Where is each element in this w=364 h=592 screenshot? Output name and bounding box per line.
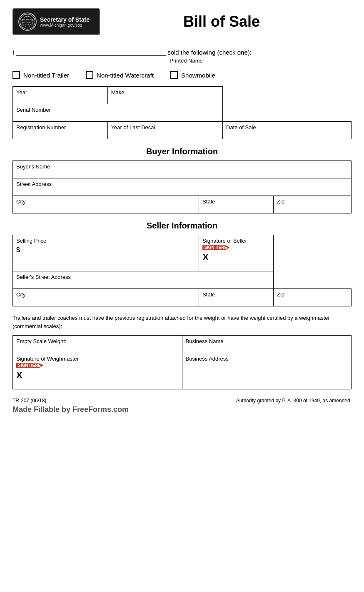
vehicle-last-decal-label: Year of Last Decal [111,124,155,130]
vehicle-date-sale-cell[interactable]: Date of Sale [223,122,352,139]
checkbox-box-watercraft[interactable] [86,71,93,79]
svg-text:MICHIGAN: MICHIGAN [22,18,33,21]
selling-price-label: Selling Price [16,238,46,244]
buyer-table: Buyer's Name Street Address City State Z… [12,161,352,213]
checkbox-box-snowmobile[interactable] [170,71,178,79]
weight-table: Empty Scale Weight: Business Name Signat… [12,335,352,389]
footer-top-line: TR-207 (06/18) Authority granted by P. A… [12,398,352,404]
buyer-zip-label: Zip [277,198,284,205]
footer-brand: Made Fillable by FreeForms.com [12,405,352,414]
signature-seller-cell[interactable]: Signature of Seller SIGN HERE X [199,235,274,271]
seller-zip-cell[interactable]: Zip [274,289,352,306]
dollar-sign: $ [16,246,195,254]
business-name-label: Business Name [186,338,224,344]
checkbox-label-snowmobile: Snowmobile [181,72,215,79]
buyer-state-cell[interactable]: State [199,196,274,213]
vehicle-last-decal-cell[interactable]: Year of Last Decal [107,122,222,139]
footer-form-number: TR-207 (06/18) [12,398,46,404]
seller-zip-label: Zip [277,291,284,298]
buyer-zip-cell[interactable]: Zip [274,196,352,213]
business-address-label: Business Address [186,356,229,362]
buyer-section-title: Buyer Information [12,147,352,156]
checkbox-snowmobile[interactable]: Snowmobile [170,71,215,79]
signature-x-weighmaster: X [16,370,179,381]
seller-street-label: Seller's Street Address [16,274,71,280]
intro-i-label: I [12,49,14,56]
vehicle-serial-label: Serial Number [16,107,51,113]
buyer-name-cell[interactable]: Buyer's Name [13,161,352,178]
vehicle-make-label: Make [111,89,125,95]
sos-url: www.Michigan.gov/sos [40,23,90,28]
footer-authority: Authority granted by P. A. 300 of 1949, … [236,398,352,404]
page-title: Bill of Sale [100,13,352,30]
vehicle-table: Year Make Serial Number Registration Num… [12,86,352,139]
signature-weighmaster-label: Signature of Weighmaster [16,356,79,362]
business-address-cell[interactable]: Business Address [182,353,352,389]
sign-here-arrow-weighmaster: SIGN HERE [16,363,43,368]
vehicle-reg-num-cell[interactable]: Registration Number [13,122,108,139]
buyer-city-label: City [16,198,25,205]
empty-scale-weight-cell[interactable]: Empty Scale Weight: [13,336,182,353]
trailer-note: Trailers and trailer coaches must have t… [12,314,352,330]
intro-rest-text: sold the following (check one): [167,49,252,56]
buyer-state-label: State [202,198,215,205]
seller-city-label: City [16,291,25,298]
sos-text: Secretary of State www.Michigan.gov/sos [40,16,90,28]
vehicle-year-label: Year [16,89,27,95]
intro-line: I sold the following (check one): [12,48,352,56]
sos-badge: MICHIGAN SECRETARY OF STATE Secretary of… [12,8,100,35]
seller-section-title: Seller Information [12,221,352,231]
buyer-street-cell[interactable]: Street Address [13,178,352,196]
seller-city-cell[interactable]: City [13,289,199,306]
sos-title: Secretary of State [40,16,90,23]
seller-state-label: State [202,291,215,298]
header: MICHIGAN SECRETARY OF STATE Secretary of… [12,8,352,35]
printed-name-label: Printed Name [21,58,352,64]
selling-price-cell[interactable]: Selling Price $ [13,235,199,271]
seller-street-cell[interactable]: Seller's Street Address [13,271,274,289]
seller-table: Selling Price $ Signature of Seller SIGN… [12,235,352,306]
signature-weighmaster-cell[interactable]: Signature of Weighmaster SIGN HERE X [13,353,182,389]
vehicle-date-sale-label: Date of Sale [226,124,256,130]
signature-x-seller: X [202,252,270,263]
svg-text:OF STATE: OF STATE [24,23,32,25]
signature-seller-label: Signature of Seller [202,238,247,244]
buyer-street-label: Street Address [16,181,52,187]
vehicle-make-cell[interactable]: Make [107,87,222,104]
checkbox-non-titled-trailer[interactable]: Non-titled Trailer [12,71,69,79]
buyer-city-cell[interactable]: City [13,196,199,213]
page-footer: TR-207 (06/18) Authority granted by P. A… [12,398,352,414]
checkbox-label-trailer: Non-titled Trailer [23,72,69,79]
printed-name-underline[interactable] [16,48,166,56]
sign-here-arrow-seller: SIGN HERE [202,245,229,250]
seller-state-cell[interactable]: State [199,289,274,306]
checkbox-label-watercraft: Non-titled Watercraft [97,72,154,79]
checkboxes-row: Non-titled Trailer Non-titled Watercraft… [12,71,352,79]
vehicle-year-cell[interactable]: Year [13,87,108,104]
business-name-cell[interactable]: Business Name [182,336,352,353]
checkbox-box-trailer[interactable] [12,71,20,79]
vehicle-reg-num-label: Registration Number [16,124,66,130]
empty-scale-weight-label: Empty Scale Weight: [16,338,66,344]
buyer-name-label: Buyer's Name [16,163,50,170]
sos-seal-icon: MICHIGAN SECRETARY OF STATE [18,13,37,31]
checkbox-non-titled-watercraft[interactable]: Non-titled Watercraft [86,71,154,79]
vehicle-serial-cell[interactable]: Serial Number [13,104,223,122]
